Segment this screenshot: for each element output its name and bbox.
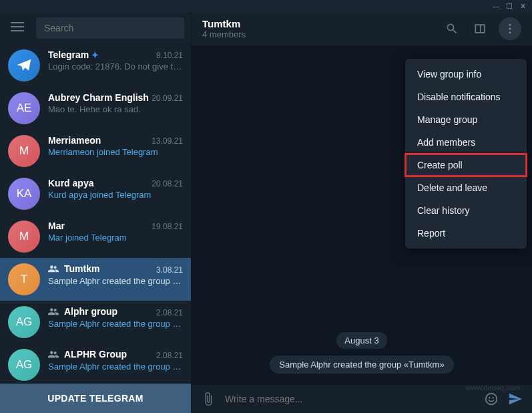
search-icon[interactable]	[443, 19, 461, 38]
menu-item[interactable]: Create poll	[405, 154, 527, 176]
avatar: M	[8, 135, 40, 167]
chat-date: 20.08.21	[152, 179, 183, 188]
menu-item[interactable]: Delete and leave	[405, 176, 527, 199]
svg-point-4	[509, 27, 511, 29]
group-icon	[48, 265, 59, 273]
svg-rect-2	[11, 30, 24, 31]
chat-name: Merriameon	[48, 135, 101, 146]
chat-preview: Kurd apya joined Telegram	[48, 190, 183, 200]
chat-date: 8.10.21	[156, 51, 183, 60]
chat-title: Tumtkm	[202, 18, 443, 29]
chat-preview: Sample Alphr created the group «…	[48, 276, 183, 286]
chat-preview: Sample Alphr created the group «…	[48, 362, 183, 372]
chat-date: 2.08.21	[156, 351, 183, 360]
chat-name: Mar	[48, 221, 65, 231]
menu-icon[interactable]	[7, 18, 28, 38]
date-badge: August 3	[336, 332, 386, 349]
chat-header-info[interactable]: Tumtkm 4 members	[202, 18, 443, 39]
menu-item[interactable]: Disable notifications	[405, 86, 527, 108]
menu-item[interactable]: Add members	[405, 131, 527, 154]
chat-preview: Sample Alphr created the group «…	[48, 319, 183, 329]
chat-item[interactable]: KAKurd apya20.08.21Kurd apya joined Tele…	[0, 172, 191, 215]
chat-date: 13.09.21	[152, 136, 183, 146]
chat-preview: Mar joined Telegram	[48, 233, 183, 243]
close-button[interactable]: ✕	[519, 2, 527, 10]
chat-date: 3.08.21	[156, 265, 183, 275]
chat-preview: Login code: 21876. Do not give thi…	[48, 61, 183, 72]
attach-icon[interactable]	[201, 392, 216, 406]
chat-name: Aubrey Charm English	[48, 92, 149, 103]
chat-subtitle: 4 members	[202, 29, 443, 39]
chat-list: Telegram ✦8.10.21Login code: 21876. Do n…	[0, 44, 191, 384]
avatar: AG	[8, 306, 40, 338]
avatar: KA	[8, 178, 40, 210]
chat-item[interactable]: TTumtkm3.08.21Sample Alphr created the g…	[0, 258, 191, 301]
svg-rect-1	[11, 26, 24, 27]
chat-preview: Mao te. Hehe ok ra sad.	[48, 104, 183, 114]
chat-item[interactable]: AGAlphr group2.08.21Sample Alphr created…	[0, 301, 191, 343]
chat-name: Tumtkm	[48, 263, 99, 274]
avatar: M	[8, 221, 40, 253]
menu-item[interactable]: Report	[405, 222, 527, 245]
svg-point-6	[486, 394, 497, 405]
svg-point-5	[509, 31, 511, 33]
avatar: T	[8, 263, 40, 295]
watermark: www.deuaq.com	[466, 384, 520, 392]
menu-item[interactable]: Clear history	[405, 199, 527, 222]
chat-item[interactable]: MMar19.08.21Mar joined Telegram	[0, 215, 191, 258]
verified-icon: ✦	[91, 50, 99, 60]
chat-name: ALPHR Group	[48, 349, 127, 360]
svg-point-3	[509, 24, 511, 26]
emoji-icon[interactable]	[484, 392, 499, 406]
main-panel: Tumtkm 4 members August 3 Sample Alphr c…	[192, 12, 532, 413]
maximize-button[interactable]: ☐	[505, 2, 513, 10]
sidebar: Telegram ✦8.10.21Login code: 21876. Do n…	[0, 12, 192, 413]
chat-date: 20.09.21	[152, 94, 183, 103]
avatar	[8, 49, 40, 82]
chat-preview: Merriameon joined Telegram	[48, 147, 183, 157]
more-icon[interactable]	[499, 17, 521, 40]
menu-item[interactable]: Manage group	[405, 108, 527, 131]
search-input[interactable]	[36, 17, 184, 39]
chat-name: Alphr group	[48, 306, 117, 317]
system-message: Sample Alphr created the group «Tumtkm»	[270, 356, 453, 374]
chat-item[interactable]: AEAubrey Charm English20.09.21Mao te. He…	[0, 87, 191, 130]
chat-date: 19.08.21	[152, 222, 183, 231]
chat-header: Tumtkm 4 members	[192, 12, 532, 46]
chat-item[interactable]: Telegram ✦8.10.21Login code: 21876. Do n…	[0, 44, 191, 87]
svg-point-7	[489, 397, 490, 398]
avatar: AE	[8, 92, 40, 124]
chat-item[interactable]: MMerriameon13.09.21Merriameon joined Tel…	[0, 130, 191, 172]
group-icon	[48, 350, 59, 358]
svg-rect-0	[11, 22, 24, 23]
menu-item[interactable]: View group info	[405, 63, 527, 86]
send-icon[interactable]	[508, 392, 523, 406]
sidepanel-icon[interactable]	[471, 19, 489, 38]
chat-item[interactable]: AGALPHR Group2.08.21Sample Alphr created…	[0, 343, 191, 384]
window-titlebar: — ☐ ✕	[0, 0, 532, 12]
group-icon	[48, 307, 59, 315]
svg-point-8	[493, 397, 494, 398]
minimize-button[interactable]: —	[492, 2, 500, 10]
message-input[interactable]	[225, 394, 475, 404]
more-menu: View group infoDisable notificationsMana…	[405, 59, 527, 249]
chat-date: 2.08.21	[156, 308, 183, 317]
chat-name: Telegram ✦	[48, 49, 99, 60]
update-button[interactable]: UPDATE TELEGRAM	[0, 384, 191, 413]
avatar: AG	[8, 349, 40, 381]
chat-name: Kurd apya	[48, 178, 93, 188]
